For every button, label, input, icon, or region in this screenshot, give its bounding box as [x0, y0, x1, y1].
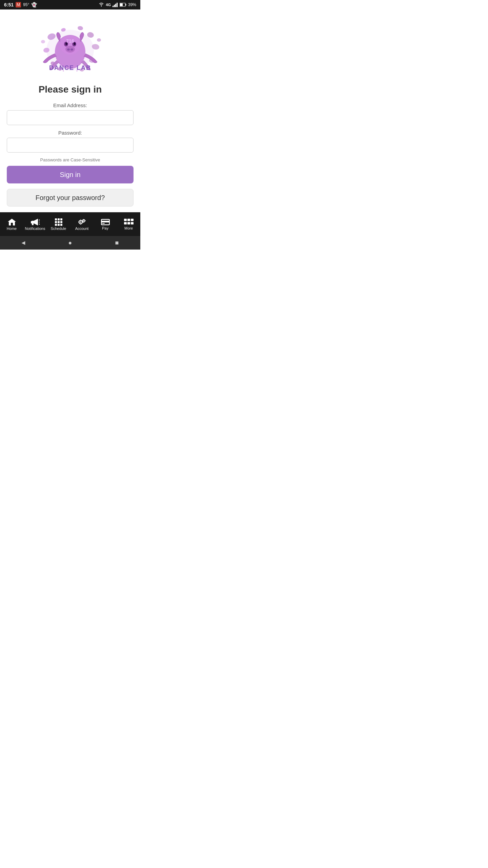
email-label: Email Address: — [53, 102, 87, 108]
nav-item-schedule[interactable]: Schedule — [47, 212, 70, 236]
svg-rect-50 — [80, 223, 81, 224]
schedule-icon — [55, 218, 62, 226]
sign-in-button[interactable]: Sign in — [7, 166, 134, 183]
svg-point-0 — [101, 6, 102, 7]
nav-item-account[interactable]: Account — [70, 212, 94, 236]
sign-in-title: Please sign in — [39, 84, 102, 95]
nav-label-home: Home — [7, 227, 17, 231]
svg-rect-6 — [120, 3, 123, 6]
nav-item-notifications[interactable]: Notifications — [23, 212, 47, 236]
nav-label-schedule: Schedule — [51, 227, 66, 231]
svg-rect-7 — [125, 4, 126, 6]
app-logo: 716 DANCE LAB DANCE LAB — [33, 20, 107, 77]
pay-icon — [101, 219, 110, 225]
home-icon — [8, 218, 16, 226]
svg-rect-49 — [80, 220, 81, 221]
megaphone-icon — [30, 218, 40, 226]
svg-rect-1 — [113, 6, 114, 7]
main-content: 716 DANCE LAB DANCE LAB Please sign in E… — [0, 9, 140, 212]
svg-rect-43 — [32, 223, 34, 225]
ghost-icon: 👻 — [31, 2, 37, 7]
svg-rect-4 — [117, 3, 118, 7]
svg-rect-56 — [83, 222, 84, 223]
svg-point-29 — [70, 48, 73, 51]
svg-rect-60 — [101, 221, 109, 222]
svg-point-16 — [77, 26, 83, 31]
nav-label-pay: Pay — [102, 226, 108, 230]
svg-point-37 — [80, 70, 81, 71]
home-button[interactable]: ● — [63, 238, 77, 248]
svg-point-20 — [97, 38, 101, 42]
account-icon — [77, 218, 87, 226]
bottom-nav: Home Notifications Schedule — [0, 212, 140, 236]
status-left: 6:51 M 95° 👻 — [4, 2, 37, 7]
temperature: 95° — [23, 2, 29, 7]
svg-rect-62 — [124, 219, 127, 221]
sign-in-form: Email Address: Password: Passwords are C… — [7, 102, 134, 206]
svg-rect-51 — [78, 222, 79, 223]
more-icon — [124, 219, 134, 225]
svg-rect-40 — [11, 223, 13, 225]
battery-icon — [120, 3, 126, 7]
nav-label-more: More — [124, 226, 133, 230]
svg-point-36 — [77, 71, 78, 72]
svg-rect-65 — [124, 222, 127, 224]
back-button[interactable]: ◄ — [17, 238, 30, 248]
svg-point-35 — [63, 71, 64, 72]
svg-rect-66 — [127, 222, 130, 224]
svg-text:716: 716 — [66, 38, 74, 44]
nav-item-pay[interactable]: Pay — [94, 212, 117, 236]
password-label: Password: — [58, 130, 82, 136]
nav-item-more[interactable]: More — [117, 212, 140, 236]
svg-rect-61 — [102, 223, 105, 224]
gmail-icon: M — [16, 2, 21, 7]
svg-point-54 — [83, 220, 84, 221]
system-nav-bar: ◄ ● ■ — [0, 236, 140, 250]
svg-text:DANCE LAB: DANCE LAB — [49, 64, 91, 71]
svg-rect-64 — [131, 219, 134, 221]
network-type: 4G — [106, 3, 111, 7]
status-time: 6:51 — [4, 2, 14, 7]
svg-rect-63 — [127, 219, 130, 221]
svg-line-46 — [39, 224, 40, 224]
case-sensitive-note: Passwords are Case-Sensitive — [40, 157, 100, 162]
nav-item-home[interactable]: Home — [0, 212, 23, 236]
status-bar: 6:51 M 95° 👻 4G 39% — [0, 0, 140, 9]
logo-container: 716 DANCE LAB DANCE LAB — [33, 20, 107, 77]
svg-rect-2 — [114, 5, 115, 7]
nav-label-notifications: Notifications — [25, 227, 45, 231]
email-input[interactable] — [7, 110, 134, 125]
svg-rect-67 — [131, 222, 134, 224]
recents-button[interactable]: ■ — [110, 238, 124, 248]
svg-point-34 — [60, 70, 61, 71]
svg-point-19 — [41, 40, 45, 43]
svg-point-28 — [67, 48, 70, 51]
svg-rect-57 — [82, 220, 83, 221]
svg-rect-42 — [31, 221, 32, 223]
forgot-password-button[interactable]: Forgot your password? — [7, 189, 134, 206]
svg-point-48 — [80, 221, 81, 223]
wifi-icon — [99, 2, 104, 7]
status-right: 4G 39% — [99, 2, 136, 7]
svg-point-33 — [57, 68, 58, 69]
nav-label-account: Account — [75, 227, 89, 231]
svg-point-27 — [65, 46, 75, 53]
svg-rect-58 — [85, 220, 85, 221]
battery-percent: 39% — [128, 2, 136, 7]
password-input[interactable] — [7, 138, 134, 153]
svg-line-44 — [39, 220, 40, 220]
svg-rect-55 — [83, 219, 84, 220]
svg-point-38 — [83, 68, 84, 69]
signal-icon — [113, 2, 118, 7]
svg-rect-3 — [115, 4, 116, 7]
